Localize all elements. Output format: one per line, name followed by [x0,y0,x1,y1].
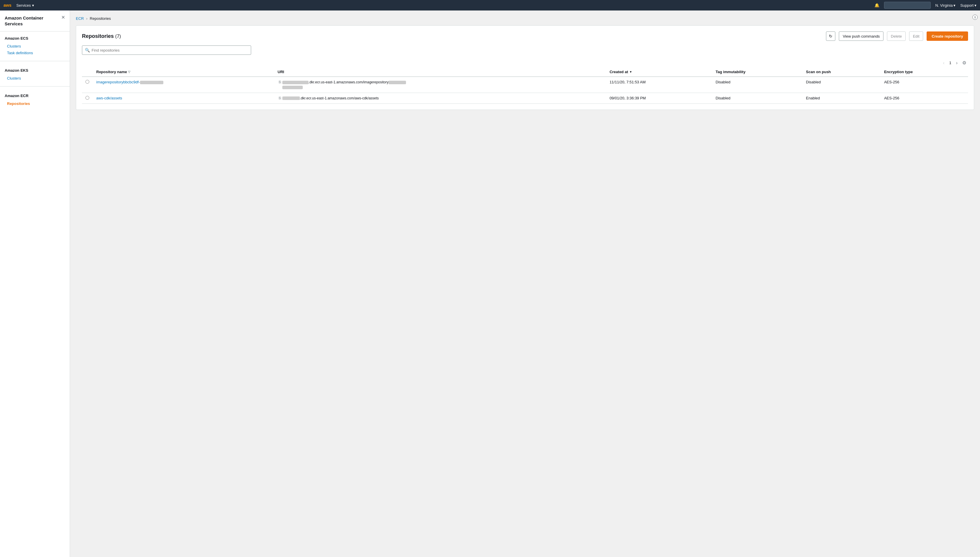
row2-repo-link[interactable]: aws-cdk/assets [96,96,122,100]
sidebar-header: Amazon Container Services ✕ [0,15,70,31]
row2-encryption-type: AES-256 [884,96,899,100]
row1-tag-immutability-cell: Disabled [712,77,803,93]
row1-radio[interactable] [85,80,89,84]
notification-bell-icon[interactable]: 🔔 [874,3,879,8]
top-nav: aws Services ▾ 🔔 N. Virginia ▾ Support ▾ [0,0,980,10]
search-input[interactable] [82,46,251,55]
row1-copy-icon[interactable]: ⎘ [279,80,281,84]
breadcrumb: ECR › Repositories [76,16,974,21]
sidebar-section-ecs-title: Amazon ECS [5,36,65,41]
row1-encryption-type: AES-256 [884,80,899,84]
row1-name-blurred [140,81,163,84]
table-body: imagerepositorybbcbc9df- ⎘ .dkr.ecr.us-e… [82,77,968,104]
row2-uri-text: .dkr.ecr.us-east-1.amazonaws.com/aws-cdk… [283,96,379,101]
row1-created-at-cell: 11/11/20, 7:51:53 AM [606,77,712,93]
row2-uri-blurred-start [283,96,300,100]
pagination-prev-button[interactable]: ‹ [941,60,946,66]
table-row: imagerepositorybbcbc9df- ⎘ .dkr.ecr.us-e… [82,77,968,93]
sidebar-title: Amazon Container Services [5,15,61,26]
sidebar-close-button[interactable]: ✕ [61,15,65,20]
col-repository-name: Repository name ▽ [93,67,274,77]
region-chevron-icon: ▾ [954,3,956,8]
row2-encryption-cell: AES-256 [880,93,968,104]
pagination-page-number: 1 [947,60,953,65]
sidebar-item-repositories[interactable]: Repositories [5,100,65,107]
support-label: Support [960,3,973,8]
col-scan-on-push: Scan on push [802,67,880,77]
table-settings-button[interactable]: ⚙ [960,59,968,66]
breadcrumb-current: Repositories [90,16,111,21]
table-header-row: Repository name ▽ URI Created at ▼ [82,67,968,77]
row1-uri-cell: ⎘ .dkr.ecr.us-east-1.amazonaws.com/image… [274,77,606,93]
support-menu[interactable]: Support ▾ [960,3,977,8]
refresh-button[interactable]: ↻ [826,31,835,41]
view-push-commands-button[interactable]: View push commands [839,31,884,41]
repositories-table: Repository name ▽ URI Created at ▼ [82,67,968,104]
row2-uri-cell: ⎘ .dkr.ecr.us-east-1.amazonaws.com/aws-c… [274,93,606,104]
row2-created-at-cell: 09/01/20, 3:36:39 PM [606,93,712,104]
services-button[interactable]: Services ▾ [16,3,34,8]
row2-copy-icon[interactable]: ⎘ [279,96,281,100]
row2-scan-on-push: Enabled [806,96,820,100]
panel-title: Repositories (7) [82,33,823,39]
row1-tag-immutability: Disabled [716,80,731,84]
row1-uri-text: .dkr.ecr.us-east-1.amazonaws.com/imagere… [283,80,406,90]
col-checkbox [82,67,93,77]
repositories-panel: Repositories (7) ↻ View push commands De… [76,25,974,110]
services-chevron-icon: ▾ [32,3,34,8]
col-created-at: Created at ▼ [606,67,712,77]
sidebar-item-clusters-eks[interactable]: Clusters [5,75,65,81]
col-tag-immutability: Tag immutability [712,67,803,77]
col-uri: URI [274,67,606,77]
row2-radio[interactable] [85,96,89,100]
sidebar-section-ecr: Amazon ECR Repositories [0,89,70,109]
row1-repo-link[interactable]: imagerepositorybbcbc9df- [96,80,163,84]
aws-logo: aws [3,2,13,8]
info-icon[interactable]: ℹ [972,15,978,20]
main-content: ECR › Repositories Repositories (7) ↻ Vi… [70,10,980,557]
create-repository-button[interactable]: Create repository [927,31,968,41]
row2-tag-immutability: Disabled [716,96,731,100]
table-header: Repository name ▽ URI Created at ▼ [82,67,968,77]
row1-created-at: 11/11/20, 7:51:53 AM [609,80,646,84]
search-icon: 🔍 [85,48,90,52]
row1-scan-push-cell: Disabled [802,77,880,93]
col-created-sort-icon[interactable]: ▼ [629,70,632,73]
breadcrumb-separator: › [86,16,87,21]
row2-name-cell: aws-cdk/assets [93,93,274,104]
edit-button[interactable]: Edit [909,31,923,41]
col-encryption-type: Encryption type [880,67,968,77]
row2-tag-immutability-cell: Disabled [712,93,803,104]
row2-created-at: 09/01/20, 3:36:39 PM [609,96,646,100]
sidebar-section-eks-title: Amazon EKS [5,68,65,73]
row1-encryption-cell: AES-256 [880,77,968,93]
services-label: Services [16,3,31,8]
row2-checkbox-cell [82,93,93,104]
sidebar-section-eks: Amazon EKS Clusters [0,64,70,84]
support-chevron-icon: ▾ [975,3,977,8]
breadcrumb-ecr-link[interactable]: ECR [76,16,84,21]
col-name-sort-icon[interactable]: ▽ [128,70,131,73]
region-selector[interactable]: N. Virginia ▾ [935,3,956,8]
row1-uri-blurred-start [283,81,309,84]
sidebar-item-task-definitions[interactable]: Task definitions [5,50,65,56]
sidebar: Amazon Container Services ✕ Amazon ECS C… [0,10,70,557]
panel-header: Repositories (7) ↻ View push commands De… [82,31,968,41]
region-label: N. Virginia [935,3,953,8]
aws-logo-svg: aws [3,2,13,8]
row1-uri-blurred-line2 [283,86,303,89]
sidebar-divider-1 [0,61,70,61]
row1-uri-blurred-end [389,81,406,84]
row1-checkbox-cell [82,77,93,93]
pagination-next-button[interactable]: › [954,60,959,66]
row2-scan-push-cell: Enabled [802,93,880,104]
table-toolbar: ‹ 1 › ⚙ [82,59,968,66]
row1-scan-on-push: Disabled [806,80,821,84]
panel-count: (7) [115,34,121,39]
sidebar-item-clusters-ecs[interactable]: Clusters [5,43,65,50]
search-bar: 🔍 [82,46,968,55]
delete-button[interactable]: Delete [887,31,906,41]
nav-search-input[interactable] [884,2,931,9]
sidebar-section-ecs: Amazon ECS Clusters Task definitions [0,31,70,59]
row1-name-cell: imagerepositorybbcbc9df- [93,77,274,93]
